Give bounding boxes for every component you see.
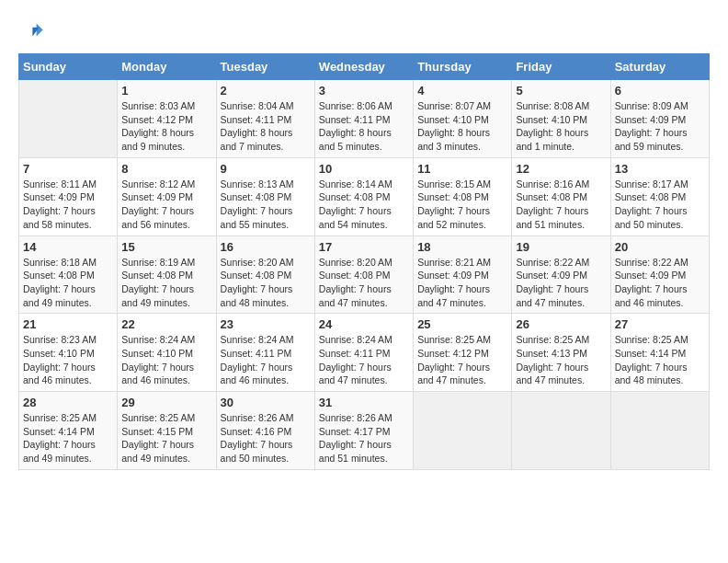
day-number: 25 — [417, 317, 507, 331]
cell-content: Sunrise: 8:21 AMSunset: 4:09 PMDaylight:… — [417, 256, 507, 310]
cell-content: Sunrise: 8:25 AMSunset: 4:12 PMDaylight:… — [417, 333, 507, 387]
cell-content: Sunrise: 8:24 AMSunset: 4:11 PMDaylight:… — [221, 333, 311, 387]
calendar-cell: 26Sunrise: 8:25 AMSunset: 4:13 PMDayligh… — [512, 314, 610, 392]
calendar-cell: 22Sunrise: 8:24 AMSunset: 4:10 PMDayligh… — [118, 314, 216, 392]
calendar-cell — [414, 392, 512, 470]
cell-content: Sunrise: 8:26 AMSunset: 4:16 PMDaylight:… — [221, 411, 311, 465]
calendar-cell: 14Sunrise: 8:18 AMSunset: 4:08 PMDayligh… — [19, 236, 118, 314]
day-number: 24 — [319, 317, 409, 331]
cell-content: Sunrise: 8:25 AMSunset: 4:13 PMDaylight:… — [516, 333, 606, 387]
calendar-cell: 31Sunrise: 8:26 AMSunset: 4:17 PMDayligh… — [314, 392, 413, 470]
cell-content: Sunrise: 8:11 AMSunset: 4:09 PMDaylight:… — [23, 178, 113, 232]
calendar-cell — [610, 392, 709, 470]
day-number: 2 — [221, 84, 311, 98]
header-cell-saturday: Saturday — [610, 54, 709, 80]
cell-content: Sunrise: 8:16 AMSunset: 4:08 PMDaylight:… — [516, 178, 606, 232]
calendar-table: SundayMondayTuesdayWednesdayThursdayFrid… — [18, 53, 710, 470]
cell-content: Sunrise: 8:06 AMSunset: 4:11 PMDaylight:… — [319, 99, 409, 154]
cell-content: Sunrise: 8:25 AMSunset: 4:14 PMDaylight:… — [615, 333, 705, 387]
calendar-cell: 10Sunrise: 8:14 AMSunset: 4:08 PMDayligh… — [314, 157, 413, 236]
calendar-cell: 9Sunrise: 8:13 AMSunset: 4:08 PMDaylight… — [216, 157, 314, 236]
cell-content: Sunrise: 8:12 AMSunset: 4:09 PMDaylight:… — [121, 178, 211, 232]
calendar-cell: 1Sunrise: 8:03 AMSunset: 4:12 PMDaylight… — [118, 80, 216, 158]
day-number: 21 — [23, 317, 113, 331]
cell-content: Sunrise: 8:24 AMSunset: 4:11 PMDaylight:… — [319, 333, 409, 387]
calendar-cell: 19Sunrise: 8:22 AMSunset: 4:09 PMDayligh… — [512, 236, 610, 314]
calendar-cell: 13Sunrise: 8:17 AMSunset: 4:08 PMDayligh… — [610, 157, 709, 236]
cell-content: Sunrise: 8:08 AMSunset: 4:10 PMDaylight:… — [516, 99, 606, 154]
day-number: 18 — [417, 240, 507, 254]
day-number: 12 — [516, 162, 606, 176]
cell-content: Sunrise: 8:04 AMSunset: 4:11 PMDaylight:… — [221, 99, 311, 154]
cell-content: Sunrise: 8:13 AMSunset: 4:08 PMDaylight:… — [221, 178, 311, 232]
logo-icon — [18, 18, 44, 44]
calendar-cell: 28Sunrise: 8:25 AMSunset: 4:14 PMDayligh… — [19, 392, 118, 470]
cell-content: Sunrise: 8:09 AMSunset: 4:09 PMDaylight:… — [615, 99, 705, 154]
day-number: 11 — [417, 162, 507, 176]
calendar-cell: 18Sunrise: 8:21 AMSunset: 4:09 PMDayligh… — [414, 236, 512, 314]
cell-content: Sunrise: 8:24 AMSunset: 4:10 PMDaylight:… — [121, 333, 211, 387]
cell-content: Sunrise: 8:23 AMSunset: 4:10 PMDaylight:… — [23, 333, 113, 387]
cell-content: Sunrise: 8:07 AMSunset: 4:10 PMDaylight:… — [417, 99, 507, 154]
week-row-1: 1Sunrise: 8:03 AMSunset: 4:12 PMDaylight… — [19, 80, 710, 158]
week-row-2: 7Sunrise: 8:11 AMSunset: 4:09 PMDaylight… — [19, 157, 710, 236]
day-number: 22 — [121, 317, 211, 331]
header-cell-thursday: Thursday — [414, 54, 512, 80]
cell-content: Sunrise: 8:25 AMSunset: 4:14 PMDaylight:… — [23, 411, 113, 465]
header-cell-wednesday: Wednesday — [314, 54, 413, 80]
calendar-cell: 2Sunrise: 8:04 AMSunset: 4:11 PMDaylight… — [216, 80, 314, 158]
day-number: 7 — [23, 162, 113, 176]
calendar-cell: 27Sunrise: 8:25 AMSunset: 4:14 PMDayligh… — [610, 314, 709, 392]
day-number: 16 — [221, 240, 311, 254]
calendar-header: SundayMondayTuesdayWednesdayThursdayFrid… — [19, 54, 710, 80]
calendar-cell: 3Sunrise: 8:06 AMSunset: 4:11 PMDaylight… — [314, 80, 413, 158]
header-cell-monday: Monday — [118, 54, 216, 80]
cell-content: Sunrise: 8:20 AMSunset: 4:08 PMDaylight:… — [319, 256, 409, 310]
calendar-cell: 21Sunrise: 8:23 AMSunset: 4:10 PMDayligh… — [19, 314, 118, 392]
day-number: 23 — [221, 317, 311, 331]
day-number: 1 — [121, 84, 211, 98]
cell-content: Sunrise: 8:20 AMSunset: 4:08 PMDaylight:… — [221, 256, 311, 310]
header-cell-tuesday: Tuesday — [216, 54, 314, 80]
day-number: 14 — [23, 240, 113, 254]
calendar-cell — [512, 392, 610, 470]
day-number: 8 — [121, 162, 211, 176]
calendar-cell: 11Sunrise: 8:15 AMSunset: 4:08 PMDayligh… — [414, 157, 512, 236]
calendar-cell: 8Sunrise: 8:12 AMSunset: 4:09 PMDaylight… — [118, 157, 216, 236]
day-number: 28 — [23, 396, 113, 409]
week-row-3: 14Sunrise: 8:18 AMSunset: 4:08 PMDayligh… — [19, 236, 710, 314]
day-number: 27 — [615, 317, 705, 331]
day-number: 29 — [121, 396, 211, 409]
cell-content: Sunrise: 8:03 AMSunset: 4:12 PMDaylight:… — [121, 99, 211, 154]
header-cell-friday: Friday — [512, 54, 610, 80]
calendar-cell: 4Sunrise: 8:07 AMSunset: 4:10 PMDaylight… — [414, 80, 512, 158]
calendar-cell: 29Sunrise: 8:25 AMSunset: 4:15 PMDayligh… — [118, 392, 216, 470]
day-number: 3 — [319, 84, 409, 98]
calendar-cell: 30Sunrise: 8:26 AMSunset: 4:16 PMDayligh… — [216, 392, 314, 470]
page-header — [18, 18, 710, 44]
day-number: 19 — [516, 240, 606, 254]
day-number: 9 — [221, 162, 311, 176]
calendar-cell: 25Sunrise: 8:25 AMSunset: 4:12 PMDayligh… — [414, 314, 512, 392]
day-number: 31 — [319, 396, 409, 409]
calendar-cell: 15Sunrise: 8:19 AMSunset: 4:08 PMDayligh… — [118, 236, 216, 314]
header-row: SundayMondayTuesdayWednesdayThursdayFrid… — [19, 54, 710, 80]
calendar-body: 1Sunrise: 8:03 AMSunset: 4:12 PMDaylight… — [19, 80, 710, 470]
week-row-5: 28Sunrise: 8:25 AMSunset: 4:14 PMDayligh… — [19, 392, 710, 470]
calendar-cell: 24Sunrise: 8:24 AMSunset: 4:11 PMDayligh… — [314, 314, 413, 392]
cell-content: Sunrise: 8:22 AMSunset: 4:09 PMDaylight:… — [615, 256, 705, 310]
calendar-cell: 5Sunrise: 8:08 AMSunset: 4:10 PMDaylight… — [512, 80, 610, 158]
cell-content: Sunrise: 8:14 AMSunset: 4:08 PMDaylight:… — [319, 178, 409, 232]
cell-content: Sunrise: 8:17 AMSunset: 4:08 PMDaylight:… — [615, 178, 705, 232]
svg-marker-0 — [37, 24, 43, 37]
day-number: 30 — [221, 396, 311, 409]
calendar-cell: 17Sunrise: 8:20 AMSunset: 4:08 PMDayligh… — [314, 236, 413, 314]
calendar-cell: 16Sunrise: 8:20 AMSunset: 4:08 PMDayligh… — [216, 236, 314, 314]
day-number: 10 — [319, 162, 409, 176]
cell-content: Sunrise: 8:26 AMSunset: 4:17 PMDaylight:… — [319, 411, 409, 465]
logo — [18, 18, 48, 44]
day-number: 4 — [417, 84, 507, 98]
calendar-cell: 7Sunrise: 8:11 AMSunset: 4:09 PMDaylight… — [19, 157, 118, 236]
calendar-cell: 12Sunrise: 8:16 AMSunset: 4:08 PMDayligh… — [512, 157, 610, 236]
cell-content: Sunrise: 8:22 AMSunset: 4:09 PMDaylight:… — [516, 256, 606, 310]
